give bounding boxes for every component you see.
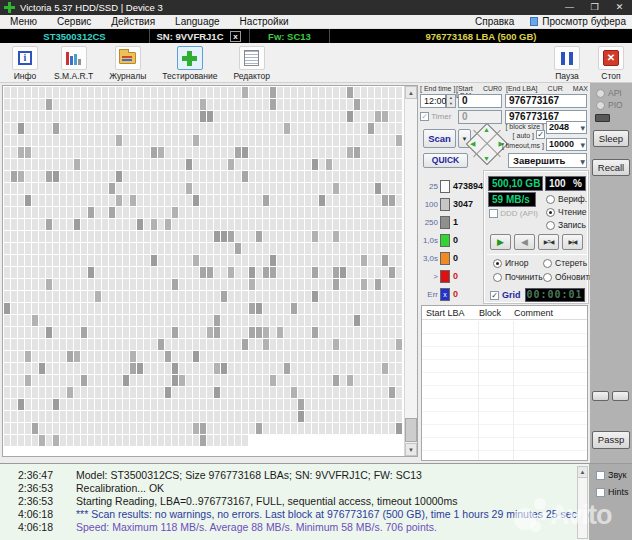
- defect-table-header: Start LBA Block Comment: [422, 306, 587, 320]
- start-lba-field[interactable]: 0: [458, 94, 502, 108]
- arrow-up-icon[interactable]: ▲: [483, 126, 490, 133]
- onerror-repair-radio[interactable]: Починить: [493, 272, 543, 282]
- map-cell: [186, 195, 192, 206]
- map-cell: [74, 111, 80, 122]
- map-cell: [214, 411, 220, 422]
- onerror-ignore-radio[interactable]: Игнор: [493, 258, 528, 268]
- map-cell: [165, 99, 171, 110]
- map-cell: [74, 195, 80, 206]
- log-scroll-up-icon[interactable]: ▲: [578, 467, 587, 478]
- map-cell: [368, 411, 374, 422]
- map-cell: [368, 291, 374, 302]
- scroll-thumb[interactable]: [405, 418, 417, 442]
- on-end-action-select[interactable]: Завершить: [508, 153, 587, 168]
- map-cell: [368, 303, 374, 314]
- map-cell: [263, 267, 269, 278]
- close-button[interactable]: ✕: [607, 0, 632, 15]
- onerror-erase-radio[interactable]: Стереть: [543, 258, 587, 268]
- map-cell: [340, 255, 346, 266]
- timer-checkbox[interactable]: Timer: [420, 112, 451, 121]
- minimize-button[interactable]: —: [557, 0, 582, 15]
- menu-actions[interactable]: Действия: [109, 16, 157, 27]
- map-cell: [144, 267, 150, 278]
- hints-checkbox[interactable]: Hints: [596, 487, 629, 497]
- map-cell: [193, 219, 199, 230]
- map-cell: [123, 435, 129, 446]
- map-cell: [11, 279, 17, 290]
- time-spinner[interactable]: ▴ ▾: [446, 94, 456, 108]
- editor-button[interactable]: Редактор: [233, 43, 270, 82]
- start-lba-field-2[interactable]: 0: [458, 110, 502, 124]
- clear-x-button[interactable]: x: [230, 31, 241, 42]
- sleep-button[interactable]: Sleep: [593, 130, 629, 147]
- sound-checkbox[interactable]: Звук: [596, 470, 626, 480]
- end-lba-field[interactable]: 976773167: [505, 94, 587, 108]
- map-cell: [4, 123, 10, 134]
- pause-button[interactable]: Пауза: [554, 43, 580, 82]
- map-cell: [4, 111, 10, 122]
- pio-radio[interactable]: PIO: [596, 100, 623, 110]
- passport-button[interactable]: Passp: [592, 431, 630, 449]
- map-cell: [242, 231, 248, 242]
- mini-button-1[interactable]: [592, 391, 609, 401]
- map-cell: [270, 195, 276, 206]
- smart-button[interactable]: S.M.A.R.T: [54, 43, 93, 82]
- mode-read-radio[interactable]: Чтение: [546, 207, 586, 217]
- arrow-down-icon[interactable]: ▼: [483, 155, 490, 162]
- step-back-icon[interactable]: ◀: [514, 234, 535, 250]
- menu-menu[interactable]: Меню: [8, 16, 39, 27]
- arrow-left-icon[interactable]: ◀: [470, 140, 475, 147]
- menu-settings[interactable]: Настройки: [238, 16, 291, 27]
- map-cell: [270, 231, 276, 242]
- menu-service[interactable]: Сервис: [55, 16, 93, 27]
- map-cell: [340, 279, 346, 290]
- map-cell: [305, 363, 311, 374]
- end-time-field[interactable]: 12:00: [420, 94, 446, 108]
- map-cell: [228, 399, 234, 410]
- auto-checkbox[interactable]: [536, 130, 545, 139]
- ddd-api-checkbox[interactable]: DDD (API): [489, 209, 538, 218]
- map-cell: [319, 291, 325, 302]
- api-radio[interactable]: API: [596, 88, 622, 98]
- map-scrollbar[interactable]: ▲ ▼: [404, 86, 417, 456]
- stop-button[interactable]: ✕ Стоп: [598, 43, 624, 82]
- play-icon[interactable]: ▶: [490, 234, 511, 250]
- mode-verify-radio[interactable]: Вериф.: [546, 194, 587, 204]
- map-cell: [249, 327, 255, 338]
- scroll-down-icon[interactable]: ▼: [405, 443, 417, 456]
- defect-table[interactable]: Start LBA Block Comment: [421, 305, 588, 461]
- map-cell: [333, 375, 339, 386]
- maximize-button[interactable]: ❒: [582, 0, 607, 15]
- map-cell: [298, 207, 304, 218]
- menu-help[interactable]: Справка: [473, 16, 516, 27]
- map-cell: [74, 423, 80, 434]
- quick-button[interactable]: QUICK: [423, 153, 468, 168]
- side-column: API PIO Sleep Recall Passp: [590, 83, 632, 463]
- logs-button[interactable]: Журналы: [109, 43, 146, 82]
- seek-position-icon[interactable]: ▶?◀: [538, 234, 559, 250]
- map-cell: [263, 339, 269, 350]
- map-cell: [53, 339, 59, 350]
- mini-button-2[interactable]: [612, 391, 629, 401]
- spin-down-icon[interactable]: ▾: [447, 101, 455, 107]
- timeout-select[interactable]: 10000: [546, 138, 587, 151]
- scan-button[interactable]: Scan: [423, 129, 456, 148]
- map-cell: [291, 147, 297, 158]
- grid-checkbox[interactable]: [490, 291, 499, 300]
- testing-button[interactable]: Тестирование: [162, 43, 217, 82]
- map-cell: [319, 267, 325, 278]
- log-scrollbar[interactable]: ▲: [577, 466, 588, 539]
- mode-write-radio[interactable]: Запись: [546, 220, 586, 230]
- onerror-refresh-radio[interactable]: Обновить: [543, 272, 594, 282]
- scroll-up-icon[interactable]: ▲: [405, 86, 417, 99]
- block-size-select[interactable]: 2048: [546, 121, 587, 134]
- recall-button[interactable]: Recall: [592, 159, 630, 176]
- map-cell: [326, 243, 332, 254]
- seek-end-icon[interactable]: ▶|◀: [562, 234, 583, 250]
- map-cell: [137, 255, 143, 266]
- info-button[interactable]: i Инфо: [12, 43, 38, 82]
- buffer-view-toggle[interactable]: Просмотр буфера: [530, 16, 626, 27]
- map-cell: [53, 123, 59, 134]
- map-cell: [228, 255, 234, 266]
- menu-language[interactable]: Language: [173, 16, 222, 27]
